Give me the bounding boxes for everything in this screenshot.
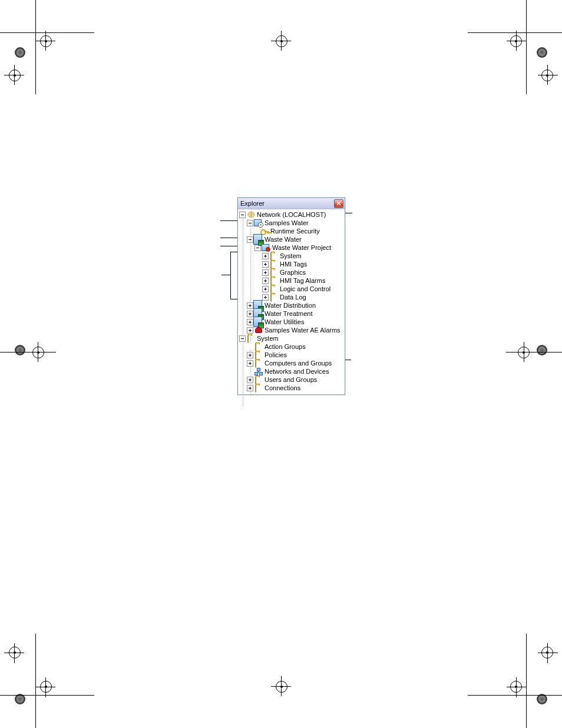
close-button[interactable] (334, 199, 343, 208)
application-icon (254, 219, 263, 226)
explorer-title: Explorer (239, 200, 265, 207)
tree-item-ae-alarms[interactable]: Samples Water AE Alarms (239, 326, 345, 334)
tree-item-label: Computers and Groups (265, 359, 332, 367)
crop-mark (0, 330, 65, 377)
folder-icon (270, 294, 278, 301)
folder-icon (270, 252, 278, 259)
tree-item-label: Graphics (280, 268, 306, 276)
crop-mark (263, 669, 299, 704)
tree-item-label: System (257, 334, 279, 342)
tree-item-label: Waste Water (265, 235, 302, 243)
tree-item-wwp-graphics[interactable]: Graphics (239, 268, 345, 276)
folder-icon (254, 351, 263, 358)
server-icon (262, 244, 270, 251)
expand-icon[interactable] (247, 352, 253, 358)
tree-item-label: Data Log (280, 293, 306, 301)
folder-icon (270, 285, 278, 292)
tree-item-wwp-hmi-tags[interactable]: HMI Tags (239, 260, 345, 268)
expand-icon[interactable] (247, 360, 253, 367)
tree-item-wwp-logic[interactable]: Logic and Control (239, 285, 345, 293)
area-icon (254, 236, 263, 243)
tree-item-label: Networks and Devices (265, 367, 329, 375)
close-icon (336, 201, 341, 206)
tree-item-label: Logic and Control (280, 285, 330, 293)
tree-item-waste-water-project[interactable]: Waste Water Project (239, 243, 345, 252)
area-icon (254, 318, 263, 325)
tree-item-network[interactable]: Network (LOCALHOST) (239, 210, 345, 219)
expand-icon[interactable] (247, 302, 253, 309)
expand-icon[interactable] (262, 253, 269, 259)
tree-item-wwp-hmi-tag-alarms[interactable]: HMI Tag Alarms (239, 276, 345, 285)
expand-icon[interactable] (262, 294, 269, 301)
explorer-titlebar: Explorer (238, 198, 345, 209)
folder-open-icon (247, 335, 255, 342)
tree-item-label: Policies (265, 351, 287, 359)
tree-item-label: Runtime Security (270, 227, 320, 235)
explorer-tree: Network (LOCALHOST) Samples Water Runtim… (238, 209, 345, 394)
tree-item-label: Water Distribution (265, 301, 316, 309)
tree-item-computers-groups[interactable]: Computers and Groups (239, 359, 345, 367)
folder-icon (254, 360, 263, 367)
tree-item-system[interactable]: System (239, 334, 345, 342)
expand-icon[interactable] (247, 385, 253, 391)
tree-item-label: Samples Water (265, 219, 309, 227)
expand-icon[interactable] (262, 269, 269, 276)
tree-item-label: Network (LOCALHOST) (257, 210, 326, 219)
tree-item-users-groups[interactable]: Users and Groups (239, 375, 345, 384)
crop-mark (468, 634, 562, 728)
crop-mark (263, 24, 299, 59)
folder-icon (254, 343, 263, 350)
crop-mark (497, 330, 562, 377)
tree-item-label: Users and Groups (265, 375, 317, 384)
tree-item-networks-devices[interactable]: Networks and Devices (239, 367, 345, 375)
tree-item-label: HMI Tags (280, 260, 307, 268)
folder-icon (254, 384, 263, 391)
tree-item-label: System (280, 252, 302, 260)
callout-line (222, 275, 230, 275)
tree-item-label: Water Utilities (265, 318, 304, 326)
crop-mark (0, 634, 94, 728)
folder-icon (270, 269, 278, 276)
tree-item-samples-water[interactable]: Samples Water (239, 219, 345, 227)
network-icon (247, 211, 255, 218)
tree-item-label: Waste Water Project (272, 243, 331, 252)
expand-icon[interactable] (247, 327, 253, 334)
tree-item-wwp-system[interactable]: System (239, 252, 345, 260)
expand-icon[interactable] (262, 261, 269, 268)
crop-mark (468, 0, 562, 94)
tree-item-label: HMI Tag Alarms (280, 276, 325, 285)
tree-item-label: Water Treatment (265, 309, 313, 318)
tree-item-policies[interactable]: Policies (239, 351, 345, 359)
folder-icon (254, 376, 263, 383)
tree-item-label: Action Groups (265, 342, 306, 351)
tree-item-label: Samples Water AE Alarms (265, 326, 340, 334)
folder-icon (270, 261, 278, 268)
crop-mark (0, 0, 94, 94)
alarm-icon (254, 327, 263, 334)
tree-item-waste-water[interactable]: Waste Water (239, 235, 345, 243)
network-device-icon (254, 368, 263, 375)
expand-icon[interactable] (247, 311, 253, 317)
explorer-panel: Explorer Network (LOCALHOST) Samples Wat… (237, 197, 345, 395)
folder-icon (270, 277, 278, 284)
expand-icon[interactable] (247, 319, 253, 325)
tree-item-connections[interactable]: Connections (239, 384, 345, 392)
expand-icon[interactable] (262, 278, 269, 284)
tree-item-label: Connections (265, 384, 300, 392)
expand-icon[interactable] (262, 286, 269, 292)
tree-item-action-groups[interactable]: Action Groups (239, 342, 345, 351)
expand-icon[interactable] (247, 377, 253, 383)
tree-item-water-utilities[interactable]: Water Utilities (239, 318, 345, 326)
